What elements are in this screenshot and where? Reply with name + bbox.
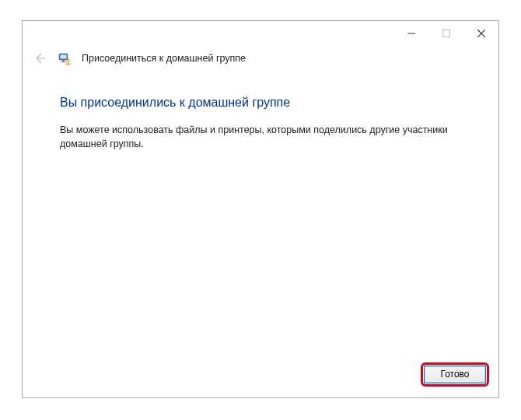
svg-rect-8 <box>61 61 66 62</box>
svg-rect-7 <box>62 60 65 61</box>
back-button <box>30 49 49 68</box>
minimize-button[interactable] <box>393 23 428 44</box>
page-heading: Вы присоединились к домашней группе <box>60 96 467 110</box>
page-body-text: Вы можете использовать файлы и принтеры,… <box>60 124 464 151</box>
highlight-frame: Готово <box>421 362 489 387</box>
wizard-window: Присоединиться к домашней группе Вы прис… <box>22 20 499 398</box>
done-button[interactable]: Готово <box>424 366 486 383</box>
close-button[interactable] <box>463 23 498 44</box>
svg-point-9 <box>67 59 70 62</box>
titlebar <box>23 21 498 46</box>
homegroup-icon <box>58 51 72 65</box>
header-row: Присоединиться к домашней группе <box>23 46 498 71</box>
svg-rect-1 <box>442 30 449 37</box>
footer: Готово <box>23 359 498 397</box>
content-area: Вы присоединились к домашней группе Вы м… <box>23 71 498 359</box>
wizard-title: Присоединиться к домашней группе <box>82 53 246 64</box>
svg-rect-6 <box>61 55 67 59</box>
maximize-button <box>428 23 463 44</box>
